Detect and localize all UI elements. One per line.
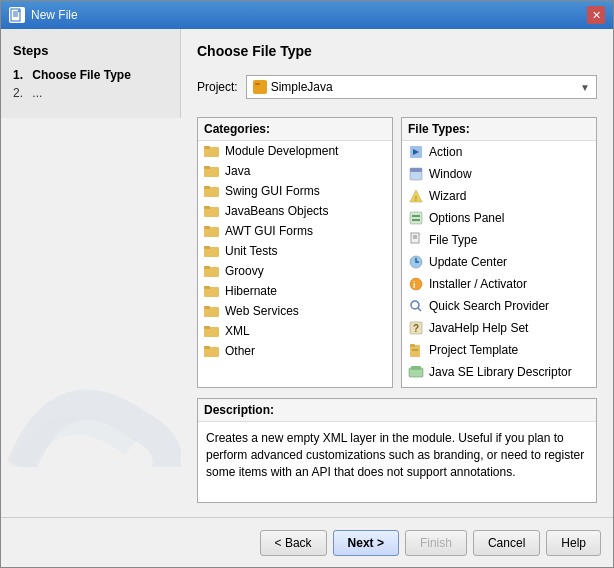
step-1-num: 1. <box>13 68 29 82</box>
content-area: Steps 1. Choose File Type 2. ... <box>1 29 613 517</box>
category-swing[interactable]: Swing GUI Forms <box>198 181 392 201</box>
quick-search-icon <box>408 298 424 314</box>
java-se-library-icon <box>408 364 424 380</box>
svg-rect-12 <box>204 186 210 189</box>
window-icon <box>408 166 424 182</box>
category-xml[interactable]: XML <box>198 321 392 341</box>
folder-icon <box>204 264 220 278</box>
step-1-label: Choose File Type <box>32 68 130 82</box>
step-1: 1. Choose File Type <box>13 68 168 82</box>
svg-text:?: ? <box>413 323 419 334</box>
project-dropdown-text: SimpleJava <box>253 80 333 94</box>
category-module-development[interactable]: Module Development <box>198 141 392 161</box>
filetype-label: Wizard <box>429 189 466 203</box>
filetype-label: Update Center <box>429 255 507 269</box>
svg-point-45 <box>411 301 419 309</box>
cancel-button[interactable]: Cancel <box>473 530 540 556</box>
filetype-options[interactable]: Options Panel <box>402 207 596 229</box>
category-javabeans[interactable]: JavaBeans Objects <box>198 201 392 221</box>
filetype-label: Java SE Library Descriptor <box>429 365 572 379</box>
project-row: Project: SimpleJava ▼ <box>197 75 597 99</box>
installer-icon: i <box>408 276 424 292</box>
new-file-dialog: New File ✕ Steps 1. Choose File Type 2. … <box>0 0 614 568</box>
project-name: SimpleJava <box>271 80 333 94</box>
options-icon <box>408 210 424 226</box>
categories-panel: Categories: Module Development <box>197 117 393 388</box>
description-section: Description: Creates a new empty XML lay… <box>197 398 597 503</box>
svg-rect-20 <box>204 266 210 269</box>
help-button[interactable]: Help <box>546 530 601 556</box>
filetype-javahelp[interactable]: ? JavaHelp Help Set <box>402 317 596 339</box>
filetype-wizard[interactable]: ! Wizard <box>402 185 596 207</box>
filetypes-scroll[interactable]: Action Window ! Wizard <box>402 141 596 387</box>
code-generator-icon: C <box>408 386 424 387</box>
back-button[interactable]: < Back <box>260 530 327 556</box>
category-label: Other <box>225 344 255 358</box>
folder-icon <box>204 224 220 238</box>
category-label: Web Services <box>225 304 299 318</box>
folder-icon <box>204 164 220 178</box>
category-groovy[interactable]: Groovy <box>198 261 392 281</box>
titlebar: New File ✕ <box>1 1 613 29</box>
svg-rect-18 <box>204 246 210 249</box>
svg-line-46 <box>418 308 421 311</box>
two-column-area: Categories: Module Development <box>197 117 597 388</box>
folder-icon <box>204 304 220 318</box>
filetype-action[interactable]: Action <box>402 141 596 163</box>
next-button[interactable]: Next > <box>333 530 399 556</box>
svg-rect-14 <box>204 206 210 209</box>
folder-icon <box>204 144 220 158</box>
filetypes-header: File Types: <box>402 118 596 141</box>
steps-header: Steps <box>13 43 168 58</box>
category-web-services[interactable]: Web Services <box>198 301 392 321</box>
category-unit-tests[interactable]: Unit Tests <box>198 241 392 261</box>
filetype-code-generator[interactable]: C Code Generator <box>402 383 596 387</box>
filetype-java-se-library[interactable]: Java SE Library Descriptor <box>402 361 596 383</box>
svg-rect-6 <box>255 83 260 85</box>
categories-scroll[interactable]: Module Development Java Sw <box>198 141 392 387</box>
javahelp-icon: ? <box>408 320 424 336</box>
folder-icon <box>204 344 220 358</box>
svg-rect-50 <box>410 344 415 347</box>
folder-icon <box>204 244 220 258</box>
filetype-label: Options Panel <box>429 211 504 225</box>
svg-text:!: ! <box>415 195 417 202</box>
panel-title: Choose File Type <box>197 43 597 59</box>
category-awt[interactable]: AWT GUI Forms <box>198 221 392 241</box>
project-dropdown[interactable]: SimpleJava ▼ <box>246 75 597 99</box>
category-hibernate[interactable]: Hibernate <box>198 281 392 301</box>
watermark <box>1 347 181 467</box>
filetype-installer[interactable]: i Installer / Activator <box>402 273 596 295</box>
filetype-filetype[interactable]: File Type <box>402 229 596 251</box>
svg-rect-10 <box>204 166 210 169</box>
category-label: Java <box>225 164 250 178</box>
finish-button[interactable]: Finish <box>405 530 467 556</box>
filetype-update-center[interactable]: Update Center <box>402 251 596 273</box>
filetype-label: Window <box>429 167 472 181</box>
folder-icon <box>204 204 220 218</box>
action-icon <box>408 144 424 160</box>
steps-list: 1. Choose File Type 2. ... <box>13 68 168 100</box>
svg-rect-24 <box>204 306 210 309</box>
filetype-project-template[interactable]: Project Template <box>402 339 596 361</box>
svg-rect-8 <box>204 146 210 149</box>
titlebar-left: New File <box>9 7 78 23</box>
filetype-label: File Type <box>429 233 477 247</box>
category-other[interactable]: Other <box>198 341 392 361</box>
filetype-quick-search[interactable]: Quick Search Provider <box>402 295 596 317</box>
category-label: Swing GUI Forms <box>225 184 320 198</box>
svg-rect-28 <box>204 346 210 349</box>
sidebar-wrapper: Steps 1. Choose File Type 2. ... <box>1 29 181 517</box>
category-java[interactable]: Java <box>198 161 392 181</box>
footer: < Back Next > Finish Cancel Help <box>1 517 613 567</box>
svg-rect-26 <box>204 326 210 329</box>
filetype-label: JavaHelp Help Set <box>429 321 528 335</box>
category-label: XML <box>225 324 250 338</box>
filetype-label: Quick Search Provider <box>429 299 549 313</box>
title-icon <box>9 7 25 23</box>
folder-icon <box>204 324 220 338</box>
close-button[interactable]: ✕ <box>587 6 605 24</box>
main-panel: Choose File Type Project: SimpleJava <box>181 29 613 517</box>
filetype-window[interactable]: Window <box>402 163 596 185</box>
description-header: Description: <box>198 399 596 422</box>
